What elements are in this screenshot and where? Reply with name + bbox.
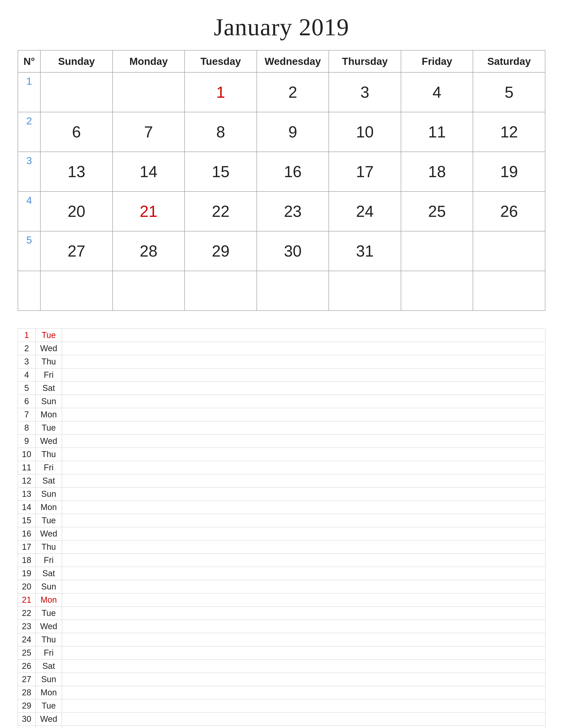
month-day-cell: 28 — [113, 231, 185, 271]
daily-row: 16Wed — [18, 527, 545, 540]
day-name: Tue — [36, 421, 62, 435]
daily-row: 14Mon — [18, 501, 545, 514]
month-day-cell: 18 — [401, 152, 473, 191]
month-day-cell — [257, 271, 329, 311]
day-name: Wed — [36, 713, 62, 726]
day-notes[interactable] — [62, 607, 545, 620]
daily-row: 5Sat — [18, 382, 545, 395]
day-name: Fri — [36, 368, 62, 382]
day-notes[interactable] — [62, 421, 545, 435]
day-notes[interactable] — [62, 514, 545, 527]
month-day-cell: 30 — [257, 231, 329, 271]
day-name: Fri — [36, 646, 62, 660]
day-notes[interactable] — [62, 554, 545, 567]
day-name: Wed — [36, 620, 62, 633]
day-name: Sat — [36, 567, 62, 580]
daily-row: 9Wed — [18, 435, 545, 448]
daily-row: 25Fri — [18, 646, 545, 660]
day-notes[interactable] — [62, 448, 545, 461]
day-name: Wed — [36, 527, 62, 540]
month-day-cell — [401, 231, 473, 271]
daily-list: 1Tue2Wed3Thu4Fri5Sat6Sun7Mon8Tue9Wed10Th… — [18, 328, 545, 728]
day-notes[interactable] — [62, 461, 545, 474]
month-day-cell — [473, 231, 545, 271]
day-name: Mon — [36, 593, 62, 607]
week-number: 1 — [18, 72, 40, 112]
month-day-cell: 7 — [113, 112, 185, 152]
day-number: 31 — [18, 726, 36, 728]
day-number: 2 — [18, 342, 36, 355]
day-number: 14 — [18, 501, 36, 514]
month-day-cell: 22 — [184, 191, 257, 231]
day-notes[interactable] — [62, 580, 545, 593]
month-day-cell — [40, 271, 113, 311]
day-name: Mon — [36, 408, 62, 421]
day-notes[interactable] — [62, 699, 545, 713]
day-notes[interactable] — [62, 395, 545, 408]
month-header-cell: Sunday — [40, 50, 113, 72]
day-notes[interactable] — [62, 474, 545, 488]
day-notes[interactable] — [62, 329, 545, 342]
day-number: 15 — [18, 514, 36, 527]
day-notes[interactable] — [62, 527, 545, 540]
day-notes[interactable] — [62, 673, 545, 686]
day-name: Thu — [36, 448, 62, 461]
month-day-cell: 13 — [40, 152, 113, 191]
week-number: 2 — [18, 112, 40, 152]
day-name: Wed — [36, 342, 62, 355]
day-name: Thu — [36, 726, 62, 728]
day-notes[interactable] — [62, 435, 545, 448]
day-notes[interactable] — [62, 713, 545, 726]
week-number: 5 — [18, 231, 40, 271]
day-number: 4 — [18, 368, 36, 382]
month-day-cell: 23 — [257, 191, 329, 231]
day-notes[interactable] — [62, 567, 545, 580]
day-notes[interactable] — [62, 501, 545, 514]
day-name: Wed — [36, 435, 62, 448]
daily-row: 20Sun — [18, 580, 545, 593]
day-name: Thu — [36, 633, 62, 646]
day-notes[interactable] — [62, 620, 545, 633]
month-day-cell: 27 — [40, 231, 113, 271]
day-number: 5 — [18, 382, 36, 395]
day-notes[interactable] — [62, 355, 545, 368]
month-day-cell: 26 — [473, 191, 545, 231]
week-number: 4 — [18, 191, 40, 231]
day-name: Tue — [36, 514, 62, 527]
day-notes[interactable] — [62, 726, 545, 728]
day-number: 3 — [18, 355, 36, 368]
daily-row: 17Thu — [18, 540, 545, 554]
day-number: 26 — [18, 660, 36, 673]
month-header-cell: Friday — [401, 50, 473, 72]
month-header-cell: Saturday — [473, 50, 545, 72]
daily-row: 12Sat — [18, 474, 545, 488]
day-number: 11 — [18, 461, 36, 474]
day-notes[interactable] — [62, 633, 545, 646]
day-notes[interactable] — [62, 342, 545, 355]
day-name: Sun — [36, 580, 62, 593]
day-notes[interactable] — [62, 488, 545, 501]
daily-row: 13Sun — [18, 488, 545, 501]
month-day-cell: 2 — [257, 72, 329, 112]
day-notes[interactable] — [62, 593, 545, 607]
day-notes[interactable] — [62, 660, 545, 673]
day-name: Tue — [36, 699, 62, 713]
month-day-cell: 24 — [329, 191, 401, 231]
daily-row: 19Sat — [18, 567, 545, 580]
day-notes[interactable] — [62, 540, 545, 554]
daily-row: 10Thu — [18, 448, 545, 461]
month-header-cell: Thursday — [329, 50, 401, 72]
day-number: 20 — [18, 580, 36, 593]
day-notes[interactable] — [62, 646, 545, 660]
day-number: 24 — [18, 633, 36, 646]
day-notes[interactable] — [62, 408, 545, 421]
month-day-cell: 15 — [184, 152, 257, 191]
month-day-cell — [401, 271, 473, 311]
week-number: 3 — [18, 152, 40, 191]
daily-row: 2Wed — [18, 342, 545, 355]
day-notes[interactable] — [62, 686, 545, 699]
day-notes[interactable] — [62, 368, 545, 382]
day-number: 30 — [18, 713, 36, 726]
daily-row: 23Wed — [18, 620, 545, 633]
day-notes[interactable] — [62, 382, 545, 395]
